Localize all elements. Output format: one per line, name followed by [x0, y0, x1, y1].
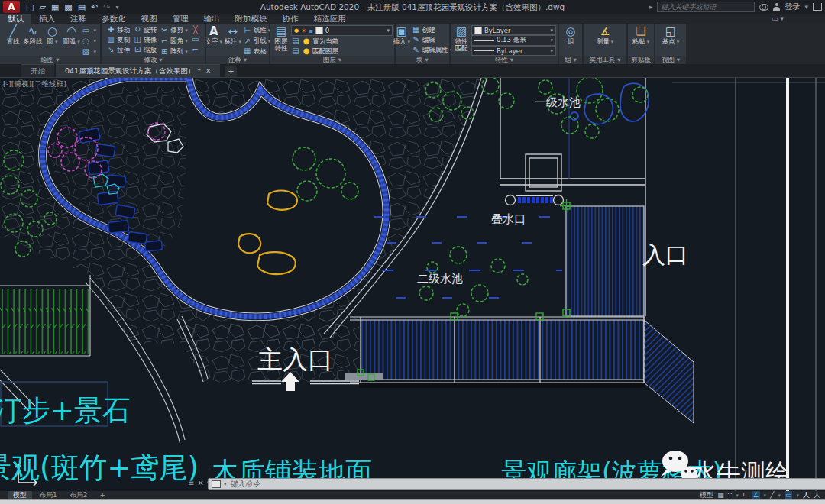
group-button[interactable]: ◎ 组: [561, 24, 580, 56]
rotate-button[interactable]: ↻旋转: [133, 25, 157, 34]
circle-button[interactable]: ○ 圆: [43, 24, 61, 56]
match-properties-button[interactable]: ▨ 特性 匹配: [452, 24, 471, 56]
panel-label-draw[interactable]: 绘图: [0, 56, 100, 64]
base-point-button[interactable]: ◱ 基点: [662, 24, 680, 56]
layer-select-dropdown[interactable]: ● ☀ ▪ 0: [291, 25, 393, 36]
table-button[interactable]: ▦表格: [243, 47, 271, 56]
tab-collaborate[interactable]: 协作: [275, 14, 306, 24]
rectangle-icon: ▭: [81, 26, 90, 35]
stretch-button[interactable]: ↘拉伸: [106, 45, 130, 54]
panel-label-view[interactable]: 视图: [655, 56, 686, 64]
viewport-controls[interactable]: [-][俯视][二维线框]: [3, 79, 66, 88]
panel-label-block[interactable]: 块: [396, 56, 449, 64]
annotation-scale-icon[interactable]: 人: [814, 491, 820, 499]
drawing-tab[interactable]: 041屋顶花园景观设计方案（含效果图）*✕: [56, 64, 220, 77]
annotation-visibility-icon[interactable]: 人: [803, 491, 810, 499]
fillet-button[interactable]: ⌐圆角: [160, 36, 188, 46]
sign-in-dropdown-icon[interactable]: ▾: [804, 3, 808, 11]
command-input-bar[interactable]: ▾ 键入命令: [208, 478, 825, 490]
line-button[interactable]: ╱ 直线: [4, 24, 22, 56]
panel-label-group[interactable]: 组: [559, 56, 582, 64]
tab-annotate[interactable]: 注释: [63, 14, 94, 24]
create-block-button[interactable]: ▦创建: [412, 25, 453, 34]
edit-attribute-button[interactable]: ✎编辑属性: [412, 45, 453, 55]
osnap-dropdown-icon[interactable]: ▾: [796, 493, 799, 499]
offset-button[interactable]: ⌐: [191, 45, 200, 54]
rectangle-button[interactable]: ▭: [81, 25, 96, 35]
arc-button[interactable]: ◠ 圆弧: [62, 24, 80, 56]
recent-commands-caret-icon[interactable]: ▾: [224, 481, 227, 487]
layer-properties-button[interactable]: ▤ 图层 特性: [272, 24, 290, 56]
command-history-icon[interactable]: ≡: [188, 479, 194, 487]
move-button[interactable]: ✚移动: [106, 25, 130, 34]
object-color-dropdown[interactable]: ByLayer: [471, 25, 556, 35]
tab-output[interactable]: 输出: [196, 14, 228, 24]
dimension-button[interactable]: ↔ 标注: [224, 24, 242, 56]
set-current-button[interactable]: ▤ ● 置为当前: [291, 37, 393, 46]
tab-featured-apps[interactable]: 精选应用: [306, 14, 354, 24]
panel-label-layer[interactable]: 图层: [270, 56, 394, 64]
ellipse-button[interactable]: ◌: [81, 36, 96, 46]
layout1-tab[interactable]: 布局1: [34, 491, 63, 499]
polyline-button[interactable]: ∿ 多段线: [23, 24, 43, 56]
account-person-icon[interactable]: [773, 3, 780, 11]
tab-parametric[interactable]: 参数化: [94, 14, 134, 24]
polar-dropdown-icon[interactable]: ▾: [764, 493, 767, 499]
search-binoculars-icon[interactable]: [759, 4, 768, 10]
sign-in-link[interactable]: 登录: [785, 2, 800, 12]
paste-button[interactable]: ❏ 粘贴: [632, 24, 650, 56]
copy-button[interactable]: ▥复制: [106, 35, 130, 44]
panel-label-properties[interactable]: 特性: [451, 56, 558, 64]
search-input[interactable]: [657, 2, 755, 12]
close-tab-icon[interactable]: ✕: [205, 67, 212, 75]
panel-label-modify[interactable]: 修改: [102, 56, 205, 64]
tab-addins[interactable]: 附加模块: [228, 14, 275, 24]
panel-label-annotate[interactable]: 注释: [206, 56, 269, 64]
measure-button[interactable]: ∡ 测量: [596, 24, 614, 56]
panel-label-utilities[interactable]: 实用工具: [584, 56, 626, 64]
offset-icon: ⌐: [191, 45, 200, 54]
object-track-icon[interactable]: ╱: [770, 491, 774, 499]
insert-block-button[interactable]: ▣ 插入: [393, 24, 411, 56]
snap-toggle-icon[interactable]: ∷: [728, 491, 733, 499]
tab-manage[interactable]: 管理: [165, 14, 196, 24]
otrack-dropdown-icon[interactable]: ▾: [778, 493, 781, 499]
grid-toggle-icon[interactable]: ▦: [717, 491, 724, 499]
text-button[interactable]: A 文字: [205, 24, 223, 56]
scale-button[interactable]: ⊡缩放: [133, 45, 157, 54]
tab-default[interactable]: 默认: [0, 14, 31, 24]
linetype-dropdown[interactable]: ByLayer: [471, 46, 556, 56]
new-layout-button[interactable]: +: [94, 491, 111, 499]
search-expand-icon[interactable]: ▸: [649, 3, 653, 11]
mirror-button[interactable]: ◫镜像: [133, 35, 157, 44]
polar-tracking-icon[interactable]: ∠: [752, 491, 759, 499]
leader-button[interactable]: ↗引线: [243, 36, 271, 46]
osnap-toggle-icon[interactable]: ▭: [785, 491, 793, 499]
recent-commands-icon[interactable]: [212, 480, 221, 488]
command-close-icon[interactable]: ✕: [197, 479, 203, 487]
ribbon-tab-bar: 默认 插入 注释 参数化 视图 管理 输出 附加模块 协作 精选应用 ▭ ▾: [0, 14, 825, 24]
panel-block: ▣ 插入 ▦创建 ✎编辑 ✎编辑属性 块: [396, 24, 449, 64]
start-tab[interactable]: 开始: [21, 64, 54, 77]
model-tab[interactable]: 模型: [8, 491, 32, 499]
match-layer-button[interactable]: ▤ ● 匹配图层: [291, 47, 393, 56]
edit-block-button[interactable]: ✎编辑: [412, 35, 453, 44]
lineweight-dropdown[interactable]: 0.13 毫米: [471, 35, 556, 46]
color-swatch: [474, 27, 482, 34]
tab-view[interactable]: 视图: [134, 14, 165, 24]
trim-button[interactable]: ✂修剪: [160, 25, 188, 35]
erase-button[interactable]: ╳: [191, 25, 200, 34]
ortho-toggle-icon[interactable]: ∟: [742, 491, 749, 499]
panel-label-clipboard[interactable]: 剪贴板: [628, 56, 654, 64]
new-drawing-tab-button[interactable]: +: [225, 66, 237, 77]
tab-insert[interactable]: 插入: [31, 14, 63, 24]
layout2-tab[interactable]: 布局2: [64, 491, 93, 499]
model-space-canvas[interactable]: [-][俯视][二维线框] 一级水池 叠水口 二级水池 主入口 入口 汀步+景石…: [0, 77, 825, 492]
app-store-cart-icon[interactable]: [813, 3, 822, 11]
snap-dropdown-icon[interactable]: ▾: [736, 493, 739, 499]
linear-button[interactable]: ⊢线性: [243, 25, 271, 35]
ribbon-collapse-icon[interactable]: ▭ ▾: [772, 14, 784, 24]
model-space-label[interactable]: 模型: [700, 491, 713, 499]
edit-attribute-icon: ✎: [412, 46, 421, 55]
explode-button[interactable]: ▭: [191, 35, 200, 44]
